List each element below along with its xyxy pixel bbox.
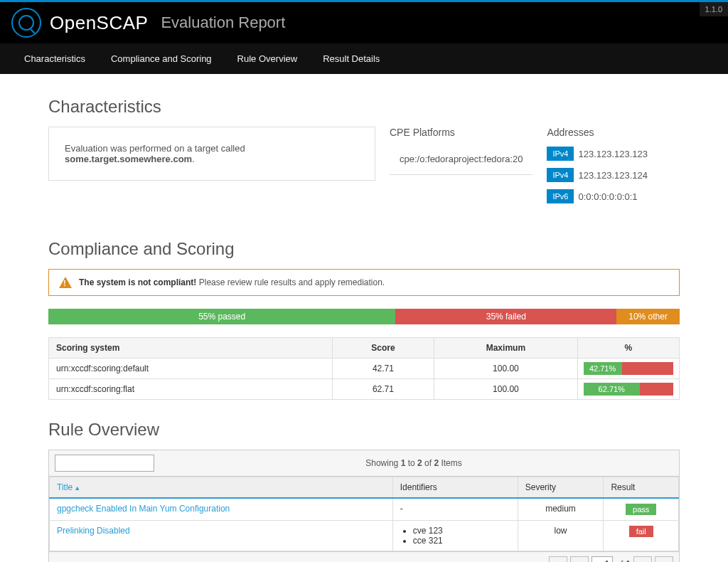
sort-asc-icon: ▲ xyxy=(74,484,80,492)
target-hostname: some.target.somewhere.com xyxy=(65,154,192,164)
score-row: urn:xccdf:scoring:flat62.71100.0062.71% xyxy=(49,379,680,400)
pager-first-icon[interactable]: « xyxy=(549,556,567,562)
th-maximum: Maximum xyxy=(434,338,578,359)
result-badge: pass xyxy=(626,504,656,515)
th-identifiers[interactable]: Identifiers xyxy=(392,477,518,499)
ip-type-badge: IPv4 xyxy=(547,168,574,182)
section-rules: Rule Overview xyxy=(48,420,680,440)
rule-title-link[interactable]: Prelinking Disabled xyxy=(57,526,130,536)
pager-of: of xyxy=(616,559,623,562)
compliance-bar: 55% passed 35% failed 10% other xyxy=(48,309,680,324)
target-prefix: Evaluation was performed on a target cal… xyxy=(65,143,245,154)
nav-compliance[interactable]: Compliance and Scoring xyxy=(98,43,225,74)
identifier-item: cce 321 xyxy=(413,536,510,546)
cpe-value: cpe:/o:fedoraproject:fedora:20 xyxy=(390,147,532,175)
showing-text: Showing 1 to 2 of 2 Items xyxy=(154,458,673,468)
bar-passed: 55% passed xyxy=(48,309,395,324)
nav-rule-overview[interactable]: Rule Overview xyxy=(225,43,311,74)
alert-rest: Please review rule results and apply rem… xyxy=(196,277,385,287)
pager: « ‹ of 1 › » xyxy=(49,551,679,562)
version-badge: 1.1.0 xyxy=(700,2,728,16)
ip-type-badge: IPv4 xyxy=(547,147,574,161)
cpe-heading: CPE Platforms xyxy=(390,127,532,138)
alert-strong: The system is not compliant! xyxy=(79,277,196,287)
rule-title-link[interactable]: gpgcheck Enabled In Main Yum Configurati… xyxy=(57,504,230,514)
rule-row: Prelinking Disabledcve 123cce 321lowfail xyxy=(50,521,679,551)
header: OpenSCAP Evaluation Report 1.1.0 xyxy=(0,2,728,43)
pager-prev-icon[interactable]: ‹ xyxy=(570,556,589,562)
th-title[interactable]: Title▲ xyxy=(50,477,393,499)
scoring-table: Scoring system Score Maximum % urn:xccdf… xyxy=(48,337,680,400)
rule-table-wrap: Showing 1 to 2 of 2 Items Title▲ Identif… xyxy=(48,450,680,562)
identifier-item: cve 123 xyxy=(413,526,510,536)
ip-value: 0:0:0:0:0:0:0:1 xyxy=(578,191,637,202)
rule-row: gpgcheck Enabled In Main Yum Configurati… xyxy=(50,498,679,521)
navbar: Characteristics Compliance and Scoring R… xyxy=(0,43,728,74)
bar-failed: 35% failed xyxy=(395,309,616,324)
openscap-logo xyxy=(11,8,41,38)
score-row: urn:xccdf:scoring:default42.71100.0042.7… xyxy=(49,359,680,379)
address-item: IPv4123.123.123.124 xyxy=(547,168,680,182)
target-summary: Evaluation was performed on a target cal… xyxy=(48,127,375,181)
address-item: IPv4123.123.123.123 xyxy=(547,147,680,161)
bar-other: 10% other xyxy=(616,309,680,324)
th-system: Scoring system xyxy=(49,338,333,359)
address-item: IPv60:0:0:0:0:0:0:1 xyxy=(547,189,680,203)
result-badge: fail xyxy=(629,526,653,537)
th-result[interactable]: Result xyxy=(604,477,679,499)
section-characteristics: Characteristics xyxy=(48,97,680,117)
pager-page-input[interactable] xyxy=(592,556,613,562)
pager-total: 1 xyxy=(626,559,631,562)
page-subtitle: Evaluation Report xyxy=(161,14,285,32)
th-score: Score xyxy=(332,338,434,359)
nav-characteristics[interactable]: Characteristics xyxy=(11,43,98,74)
brand-name: OpenSCAP xyxy=(50,12,148,34)
ip-value: 123.123.123.123 xyxy=(578,149,648,159)
th-percent: % xyxy=(577,338,679,359)
warning-icon xyxy=(59,277,72,288)
section-compliance: Compliance and Scoring xyxy=(48,239,680,259)
rule-filter-input[interactable] xyxy=(55,455,154,472)
ip-type-badge: IPv6 xyxy=(547,189,574,203)
pager-next-icon[interactable]: › xyxy=(633,556,652,562)
th-severity[interactable]: Severity xyxy=(518,477,604,499)
compliance-alert: The system is not compliant! Please revi… xyxy=(48,269,680,296)
ip-value: 123.123.123.124 xyxy=(578,170,648,181)
nav-result-details[interactable]: Result Details xyxy=(310,43,392,74)
addresses-heading: Addresses xyxy=(547,127,680,138)
pager-last-icon[interactable]: » xyxy=(655,556,673,562)
